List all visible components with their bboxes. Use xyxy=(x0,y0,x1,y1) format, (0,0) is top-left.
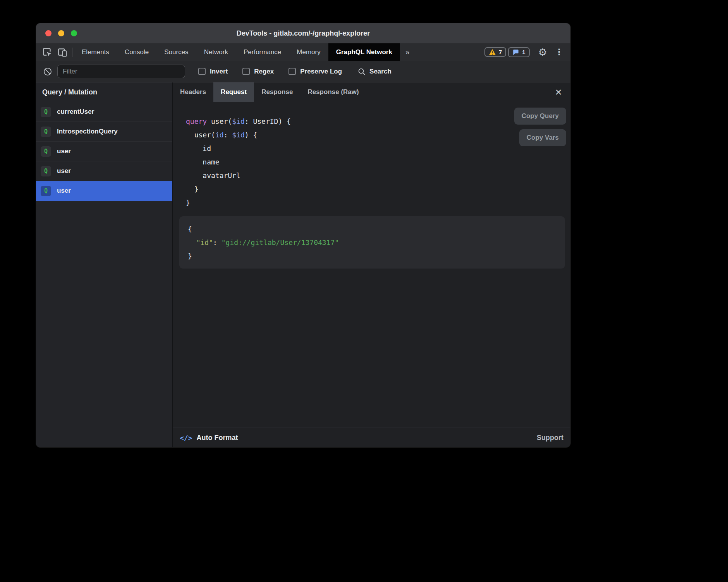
detail-footer: </> Auto Format Support xyxy=(173,428,570,447)
detail-tab-response[interactable]: Response xyxy=(254,82,300,102)
detail-panel: HeadersRequestResponseResponse (Raw)× Co… xyxy=(173,82,570,447)
more-tabs-chevron[interactable]: » xyxy=(400,43,415,61)
checkbox-preserve-log[interactable]: Preserve Log xyxy=(288,68,342,75)
copy-vars-button[interactable]: Copy Vars xyxy=(519,129,566,146)
search-label: Search xyxy=(369,68,391,75)
code-line: avatarUrl xyxy=(186,169,570,182)
window-title: DevTools - gitlab.com/-/graphql-explorer xyxy=(36,29,570,38)
copy-query-button[interactable]: Copy Query xyxy=(514,108,566,125)
code-line: } xyxy=(188,249,556,263)
detail-tab-response-raw[interactable]: Response (Raw) xyxy=(300,82,366,102)
devtools-window: DevTools - gitlab.com/-/graphql-explorer… xyxy=(36,23,570,447)
auto-format-toggle[interactable]: Auto Format xyxy=(197,434,238,442)
issues-count: 1 xyxy=(522,49,525,55)
query-name: user xyxy=(57,167,71,175)
query-type-badge: Q xyxy=(41,146,51,157)
warning-count: 7 xyxy=(499,49,502,55)
filter-toolbar: InvertRegexPreserve Log Search xyxy=(36,61,570,82)
warnings-badge[interactable]: 7 xyxy=(484,47,506,57)
devtools-tab-elements[interactable]: Elements xyxy=(74,43,117,61)
checkbox-label-preserve-log: Preserve Log xyxy=(300,68,342,75)
checkbox-invert[interactable]: Invert xyxy=(198,68,228,75)
request-variables-box: { "id": "gid://gitlab/User/13704317"} xyxy=(179,216,565,269)
query-list-item-user[interactable]: Quser xyxy=(36,142,172,161)
sidebar-header: Query / Mutation xyxy=(36,82,172,102)
main-split: Query / Mutation QcurrentUserQIntrospect… xyxy=(36,82,570,447)
tabbar-left-icons xyxy=(36,43,70,61)
filter-input[interactable] xyxy=(57,65,185,78)
request-query-code: query user($id: UserID) { user(id: $id) … xyxy=(186,115,570,209)
query-name: currentUser xyxy=(57,108,94,116)
support-link[interactable]: Support xyxy=(537,434,563,442)
sidebar: Query / Mutation QcurrentUserQIntrospect… xyxy=(36,82,173,447)
devtools-tabbar: ElementsConsoleSourcesNetworkPerformance… xyxy=(36,43,570,61)
search-icon xyxy=(357,67,366,76)
devtools-tab-network[interactable]: Network xyxy=(196,43,236,61)
search-control[interactable]: Search xyxy=(357,67,391,76)
code-line: { xyxy=(188,222,556,236)
close-window-button[interactable] xyxy=(45,30,52,36)
devtools-tab-console[interactable]: Console xyxy=(117,43,156,61)
code-line: } xyxy=(186,196,570,209)
devtools-tab-performance[interactable]: Performance xyxy=(236,43,289,61)
query-name: user xyxy=(57,187,71,195)
code-line: name xyxy=(186,155,570,169)
checkbox-label-regex: Regex xyxy=(254,68,274,75)
code-line: query user($id: UserID) { xyxy=(186,115,570,128)
checkbox-box-preserve-log[interactable] xyxy=(288,68,296,75)
query-type-badge: Q xyxy=(41,127,51,137)
request-tab-content: Copy Query Copy Vars query user($id: Use… xyxy=(173,102,570,428)
query-type-badge: Q xyxy=(41,107,51,117)
query-name: user xyxy=(57,147,71,155)
checkbox-box-regex[interactable] xyxy=(242,68,250,75)
query-list-item-user[interactable]: Quser xyxy=(36,181,172,201)
query-type-badge: Q xyxy=(41,186,51,196)
more-options-icon[interactable]: ⋮ xyxy=(551,43,567,61)
checkbox-label-invert: Invert xyxy=(210,68,228,75)
query-list-item-currentuser[interactable]: QcurrentUser xyxy=(36,102,172,122)
code-line: "id": "gid://gitlab/User/13704317" xyxy=(188,236,556,249)
code-line: } xyxy=(186,182,570,196)
titlebar: DevTools - gitlab.com/-/graphql-explorer xyxy=(36,23,570,43)
code-line: user(id: $id) { xyxy=(186,128,570,142)
devtools-tab-memory[interactable]: Memory xyxy=(289,43,328,61)
code-line: id xyxy=(186,142,570,155)
devtools-tabbar-tabs: ElementsConsoleSourcesNetworkPerformance… xyxy=(74,43,400,61)
detail-tabs: HeadersRequestResponseResponse (Raw)× xyxy=(173,82,570,102)
query-list-item-user[interactable]: Quser xyxy=(36,161,172,181)
query-name: IntrospectionQuery xyxy=(57,128,118,135)
copy-buttons: Copy Query Copy Vars xyxy=(514,108,566,146)
devtools-tab-sources[interactable]: Sources xyxy=(156,43,196,61)
message-bubble-icon xyxy=(512,49,519,56)
code-format-icon: </> xyxy=(180,434,192,442)
detail-tab-request[interactable]: Request xyxy=(213,82,254,102)
settings-gear-icon[interactable]: ⚙ xyxy=(534,43,551,61)
filter-checkboxes: InvertRegexPreserve Log xyxy=(198,68,342,75)
device-toolbar-icon[interactable] xyxy=(57,47,67,57)
checkbox-regex[interactable]: Regex xyxy=(242,68,274,75)
query-list-item-introspectionquery[interactable]: QIntrospectionQuery xyxy=(36,122,172,142)
status-badges: 7 1 xyxy=(484,47,530,57)
minimize-window-button[interactable] xyxy=(58,30,64,36)
query-list: QcurrentUserQIntrospectionQueryQuserQuse… xyxy=(36,102,172,201)
tabbar-spacer xyxy=(415,43,484,61)
issues-badge[interactable]: 1 xyxy=(508,47,529,57)
traffic-lights xyxy=(45,30,77,36)
warning-icon xyxy=(489,49,496,55)
checkbox-box-invert[interactable] xyxy=(198,68,206,75)
inspect-element-icon[interactable] xyxy=(42,47,52,57)
zoom-window-button[interactable] xyxy=(71,30,77,36)
close-panel-icon[interactable]: × xyxy=(553,86,564,98)
query-type-badge: Q xyxy=(41,166,51,176)
tabbar-separator xyxy=(72,48,72,57)
detail-tab-headers[interactable]: Headers xyxy=(173,82,213,102)
request-variables-code: { "id": "gid://gitlab/User/13704317"} xyxy=(188,222,556,263)
clear-log-icon[interactable] xyxy=(43,67,52,76)
devtools-tab-graphql-network[interactable]: GraphQL Network xyxy=(328,43,400,61)
